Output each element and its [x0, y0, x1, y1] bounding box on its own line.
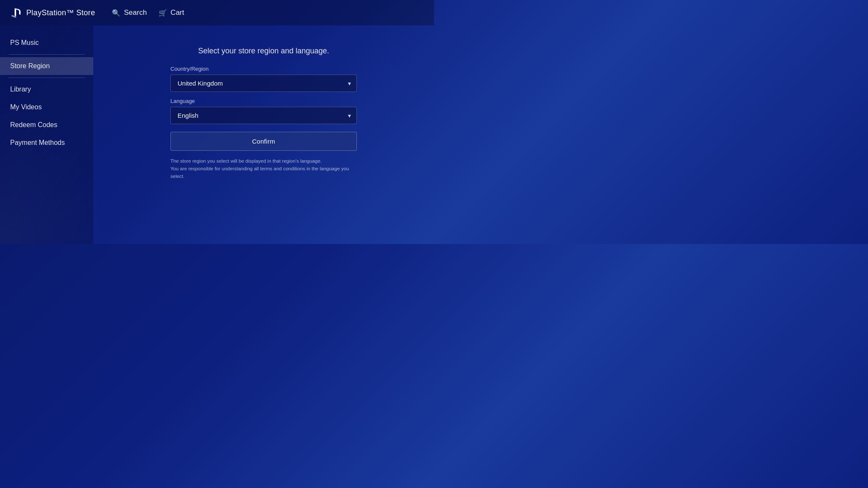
- country-select[interactable]: United Kingdom United States Germany Fra…: [170, 75, 357, 92]
- store-region-panel: Select your store region and language. C…: [170, 47, 357, 180]
- country-select-wrapper: United Kingdom United States Germany Fra…: [170, 75, 357, 92]
- disclaimer: The store region you select will be disp…: [170, 158, 357, 180]
- main-layout: PS Music Store Region Library My Videos …: [0, 25, 434, 244]
- sidebar-item-ps-music[interactable]: PS Music: [0, 34, 93, 52]
- language-select-wrapper: English Deutsch Français Español 日本語 ▾: [170, 107, 357, 124]
- sidebar-item-store-region[interactable]: Store Region: [0, 57, 93, 75]
- disclaimer-line1: The store region you select will be disp…: [170, 158, 322, 164]
- country-label: Country/Region: [170, 66, 357, 72]
- header-nav: 🔍 Search 🛒 Cart: [112, 8, 184, 17]
- sidebar-item-redeem-codes[interactable]: Redeem Codes: [0, 116, 93, 134]
- sidebar-item-payment-methods[interactable]: Payment Methods: [0, 134, 93, 152]
- confirm-button[interactable]: Confirm: [170, 132, 357, 151]
- sidebar-item-library[interactable]: Library: [0, 80, 93, 98]
- sidebar: PS Music Store Region Library My Videos …: [0, 25, 93, 244]
- sidebar-item-my-videos[interactable]: My Videos: [0, 98, 93, 116]
- disclaimer-line2: You are responsible for understanding al…: [170, 166, 349, 179]
- panel-title: Select your store region and language.: [170, 47, 357, 55]
- content-area: Select your store region and language. C…: [93, 25, 434, 244]
- logo-text: PlayStation™ Store: [26, 8, 95, 17]
- search-icon: 🔍: [112, 9, 120, 17]
- playstation-store-icon: [10, 7, 22, 19]
- language-select[interactable]: English Deutsch Français Español 日本語: [170, 107, 357, 124]
- language-label: Language: [170, 98, 357, 104]
- country-region-group: Country/Region United Kingdom United Sta…: [170, 66, 357, 92]
- search-nav-item[interactable]: 🔍 Search: [112, 8, 147, 17]
- cart-icon: 🛒: [159, 9, 167, 17]
- logo[interactable]: PlayStation™ Store: [10, 7, 95, 19]
- sidebar-divider-1: [8, 54, 85, 55]
- header: PlayStation™ Store 🔍 Search 🛒 Cart: [0, 0, 434, 25]
- cart-nav-item[interactable]: 🛒 Cart: [159, 8, 184, 17]
- language-group: Language English Deutsch Français Españo…: [170, 98, 357, 124]
- sidebar-divider-2: [8, 78, 85, 78]
- cart-label: Cart: [170, 8, 184, 17]
- search-label: Search: [124, 8, 147, 17]
